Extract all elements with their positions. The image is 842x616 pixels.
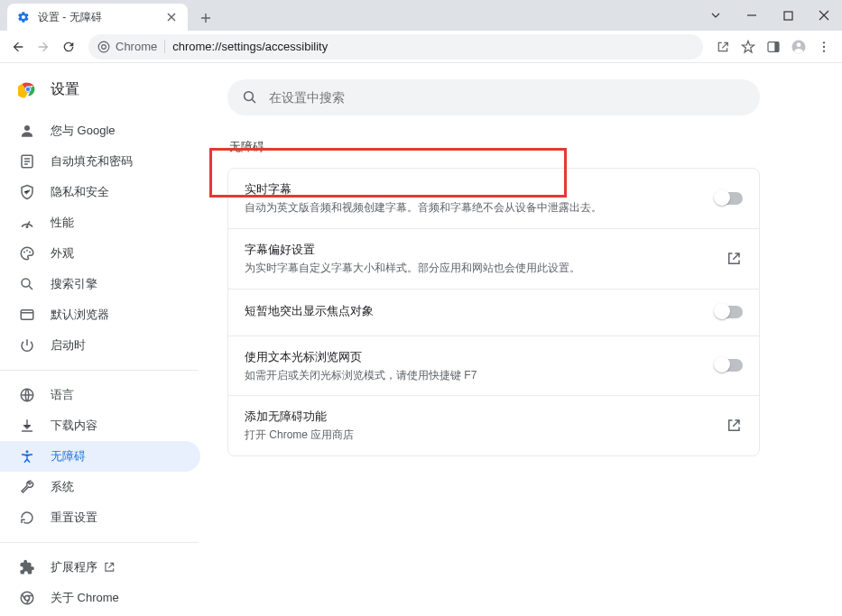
section-title: 无障碍 <box>229 139 806 155</box>
bookmark-icon[interactable] <box>736 34 761 60</box>
toolbar: Chrome chrome://settings/accessibility <box>0 31 842 63</box>
wrench-icon <box>18 478 36 496</box>
svg-rect-4 <box>774 41 779 51</box>
settings-row[interactable]: 字幕偏好设置为实时字幕自定义字幕大小和样式。部分应用和网站也会使用此设置。 <box>228 229 759 290</box>
toggle-switch[interactable] <box>716 359 743 372</box>
toggle-switch[interactable] <box>716 192 743 205</box>
speed-icon <box>18 214 36 232</box>
reload-button[interactable] <box>56 34 81 60</box>
power-icon <box>18 336 36 354</box>
forward-button[interactable] <box>31 34 56 60</box>
svg-point-7 <box>823 41 825 43</box>
svg-point-1 <box>98 41 109 52</box>
chevron-down-icon[interactable] <box>698 2 734 29</box>
profile-icon[interactable] <box>786 34 811 60</box>
sidebar-item-label: 性能 <box>51 215 74 231</box>
svg-point-9 <box>823 50 825 51</box>
row-subtitle: 如需开启或关闭光标浏览模式，请使用快捷键 F7 <box>245 368 716 383</box>
svg-point-18 <box>29 252 31 253</box>
sidebar-item[interactable]: 外观 <box>0 238 200 269</box>
url-text: chrome://settings/accessibility <box>172 40 328 53</box>
person-icon <box>18 122 36 140</box>
minimize-button[interactable] <box>734 2 770 29</box>
svg-point-8 <box>823 45 825 47</box>
sidebar-separator <box>0 370 199 371</box>
autofill-icon <box>18 152 36 170</box>
side-panel-icon[interactable] <box>761 34 786 60</box>
svg-point-25 <box>245 92 254 101</box>
row-subtitle: 打开 Chrome 应用商店 <box>245 428 725 443</box>
sidebar-item[interactable]: 启动时 <box>0 330 200 361</box>
sidebar-item[interactable]: 下载内容 <box>0 410 200 441</box>
sidebar-item[interactable]: 默认浏览器 <box>0 299 200 330</box>
sidebar-item-label: 重置设置 <box>51 510 97 526</box>
chrome-logo-icon <box>18 79 38 99</box>
svg-point-15 <box>26 225 29 228</box>
sidebar-header: 设置 <box>0 79 209 115</box>
palette-icon <box>18 244 36 262</box>
svg-point-16 <box>23 252 25 253</box>
sidebar-item-label: 自动填充和密码 <box>51 153 133 170</box>
new-tab-button[interactable] <box>193 5 218 31</box>
sidebar-item[interactable]: 搜索引擎 <box>0 269 200 299</box>
sidebar-item-label: 搜索引擎 <box>51 276 97 292</box>
svg-point-17 <box>26 250 28 252</box>
row-title: 字幕偏好设置 <box>245 242 725 258</box>
sidebar-item-label: 您与 Google <box>51 123 116 139</box>
sidebar-item[interactable]: 关于 Chrome <box>0 583 200 613</box>
svg-rect-20 <box>21 310 33 320</box>
external-link-icon <box>725 250 743 268</box>
download-icon <box>18 417 36 435</box>
main-content: 无障碍 实时字幕自动为英文版音频和视频创建字幕。音频和字幕绝不会从设备中泄露出去… <box>209 63 842 616</box>
sidebar-item[interactable]: 语言 <box>0 380 200 410</box>
address-bar[interactable]: Chrome chrome://settings/accessibility <box>88 34 703 60</box>
sidebar-item[interactable]: 无障碍 <box>0 441 200 472</box>
sidebar-item-label: 语言 <box>51 387 74 403</box>
tab-title: 设置 - 无障碍 <box>38 10 164 25</box>
sidebar-item[interactable]: 自动填充和密码 <box>0 146 200 177</box>
sidebar-item-label: 关于 Chrome <box>51 590 119 606</box>
site-chip: Chrome <box>97 40 165 53</box>
browser-tab[interactable]: 设置 - 无障碍 <box>7 4 188 31</box>
sidebar-item[interactable]: 性能 <box>0 207 200 238</box>
settings-row[interactable]: 使用文本光标浏览网页如需开启或关闭光标浏览模式，请使用快捷键 F7 <box>228 336 759 397</box>
sidebar-title: 设置 <box>51 80 79 99</box>
settings-row[interactable]: 添加无障碍功能打开 Chrome 应用商店 <box>228 396 759 455</box>
search-icon <box>18 275 36 293</box>
share-icon[interactable] <box>710 34 736 60</box>
row-title: 添加无障碍功能 <box>245 409 725 425</box>
svg-point-22 <box>26 450 29 453</box>
row-subtitle: 自动为英文版音频和视频创建字幕。音频和字幕绝不会从设备中泄露出去。 <box>245 200 716 216</box>
reset-icon <box>18 509 36 527</box>
close-icon[interactable] <box>164 10 179 24</box>
settings-row[interactable]: 实时字幕自动为英文版音频和视频创建字幕。音频和字幕绝不会从设备中泄露出去。 <box>228 169 759 229</box>
svg-point-2 <box>102 44 106 49</box>
back-button[interactable] <box>5 34 31 60</box>
sidebar-item[interactable]: 您与 Google <box>0 115 200 146</box>
sidebar-item-label: 默认浏览器 <box>51 307 109 323</box>
chrome-icon <box>18 589 36 607</box>
sidebar-item[interactable]: 隐私和安全 <box>0 177 200 207</box>
sidebar-item[interactable]: 扩展程序 <box>0 552 200 583</box>
search-icon <box>242 89 258 106</box>
close-window-button[interactable] <box>806 2 842 29</box>
external-link-icon <box>725 417 743 435</box>
sidebar-item-label: 扩展程序 <box>51 559 97 575</box>
maximize-button[interactable] <box>770 2 806 29</box>
svg-rect-0 <box>784 12 792 20</box>
gear-icon <box>16 10 31 24</box>
extension-icon <box>18 558 36 576</box>
settings-row[interactable]: 短暂地突出显示焦点对象 <box>228 290 759 336</box>
sidebar-item-label: 下载内容 <box>51 418 97 434</box>
row-title: 使用文本光标浏览网页 <box>245 349 716 365</box>
search-input[interactable] <box>269 90 745 105</box>
tab-strip: 设置 - 无障碍 <box>0 0 842 31</box>
sidebar-item-label: 无障碍 <box>51 448 86 464</box>
sidebar-item[interactable]: 重置设置 <box>0 502 200 533</box>
sidebar-separator <box>0 542 199 543</box>
toggle-switch[interactable] <box>716 306 743 318</box>
menu-icon[interactable] <box>811 34 837 60</box>
sidebar-item[interactable]: 系统 <box>0 472 200 502</box>
sidebar-item-label: 系统 <box>51 479 74 495</box>
settings-search[interactable] <box>227 79 760 115</box>
